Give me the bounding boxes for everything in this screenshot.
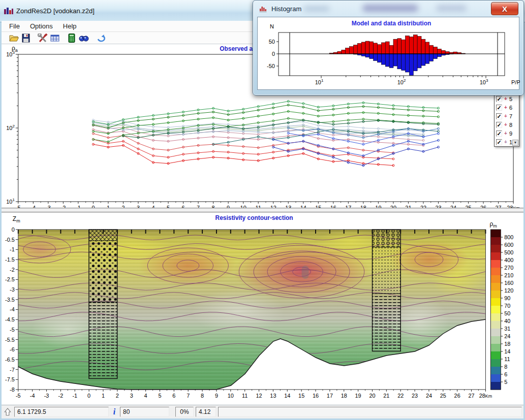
menu-file[interactable]: File xyxy=(5,21,24,31)
svg-text:-2: -2 xyxy=(58,393,64,399)
svg-text:6: 6 xyxy=(504,371,507,377)
svg-text:-0.5: -0.5 xyxy=(5,237,15,243)
colorbar-band xyxy=(490,260,501,268)
window-title: ZondRes2D [vodokan.z2d] xyxy=(16,7,95,15)
svg-text:16: 16 xyxy=(313,393,319,399)
cursor-arrow-icon xyxy=(3,407,12,416)
colorbar-band xyxy=(490,268,501,276)
close-icon[interactable]: X xyxy=(491,2,518,15)
svg-text:-7: -7 xyxy=(10,367,15,373)
calculator-icon xyxy=(68,34,75,43)
colorbar-band xyxy=(490,321,501,329)
histogram-canvas[interactable]: Model and data distributionN500-50101102… xyxy=(258,17,520,90)
svg-text:5: 5 xyxy=(504,379,507,385)
colorbar-band xyxy=(490,245,501,253)
svg-text:400: 400 xyxy=(504,257,513,263)
status-misc: 4.12 xyxy=(196,407,216,417)
svg-text:90: 90 xyxy=(504,295,510,301)
svg-text:2: 2 xyxy=(116,393,119,399)
status-coordinates: 6.1 1729.5 xyxy=(14,407,109,417)
svg-text:-1: -1 xyxy=(72,393,77,399)
svg-text:101: 101 xyxy=(315,78,324,85)
svg-text:20: 20 xyxy=(369,393,375,399)
series-checkbox-6[interactable]: ✓ xyxy=(496,105,502,111)
save-button[interactable] xyxy=(20,33,32,44)
colorbar-band xyxy=(490,230,501,238)
svg-text:500: 500 xyxy=(504,249,513,255)
series-marker-icon: + xyxy=(504,131,508,136)
svg-text:8: 8 xyxy=(201,393,204,399)
svg-text:31: 31 xyxy=(504,326,510,332)
binoculars-icon xyxy=(79,34,89,43)
svg-text:-5.5: -5.5 xyxy=(5,337,15,343)
scroll-down-icon[interactable]: ▼ xyxy=(512,140,518,146)
undo-button[interactable] xyxy=(95,33,107,44)
series-marker-icon: + xyxy=(504,96,508,102)
table-button[interactable] xyxy=(49,33,61,44)
svg-text:27: 27 xyxy=(468,393,474,399)
series-label: 8 xyxy=(509,122,512,128)
histogram-window[interactable]: Histogram X Model and data distributionN… xyxy=(253,0,524,95)
chart-splitter[interactable] xyxy=(2,208,523,213)
svg-text:19: 19 xyxy=(355,393,361,399)
search-button[interactable] xyxy=(78,33,90,44)
colorbar-band xyxy=(490,382,501,390)
calculator-button[interactable] xyxy=(66,33,78,44)
series-checkbox-8[interactable]: ✓ xyxy=(496,122,502,128)
svg-text:103: 103 xyxy=(6,50,15,57)
svg-text:-7.5: -7.5 xyxy=(5,376,15,382)
svg-text:P/P: P/P xyxy=(511,79,520,85)
series-checkbox-9[interactable]: ✓ xyxy=(496,131,502,137)
borehole-left xyxy=(89,230,117,378)
data-table-icon xyxy=(50,34,59,42)
svg-text:800: 800 xyxy=(504,234,513,240)
series-marker-icon: + xyxy=(504,122,508,127)
svg-text:160: 160 xyxy=(504,280,513,286)
svg-text:-1: -1 xyxy=(10,246,15,252)
series-checkbox-7[interactable]: ✓ xyxy=(496,113,502,119)
statusbar: 6.1 1729.5 i 80 0% 4.12 xyxy=(2,405,523,418)
save-icon xyxy=(21,34,30,43)
svg-text:120: 120 xyxy=(504,287,513,294)
series-marker-icon: + xyxy=(504,139,508,145)
svg-text:102: 102 xyxy=(6,124,15,131)
colorbar-band xyxy=(490,290,501,299)
menu-help[interactable]: Help xyxy=(58,21,81,31)
open-button[interactable] xyxy=(8,33,20,44)
histogram-icon xyxy=(259,5,267,13)
series-checkbox-5[interactable]: ✓ xyxy=(496,96,502,102)
colorbar-band xyxy=(490,313,501,321)
glass-blur-artifact xyxy=(362,5,418,12)
svg-text:15: 15 xyxy=(298,393,304,399)
series-label: 9 xyxy=(509,131,512,137)
resistivity-section-chart[interactable]: Resistivity contour-sectionZm0-0.5-1-1.5… xyxy=(2,213,523,405)
series-checkbox-10[interactable]: ✓ xyxy=(496,139,502,145)
svg-text:22: 22 xyxy=(397,393,404,399)
svg-text:-2.5: -2.5 xyxy=(5,276,15,282)
svg-text:-5: -5 xyxy=(16,393,21,399)
svg-text:14: 14 xyxy=(284,393,290,399)
svg-text:-6: -6 xyxy=(10,346,15,352)
svg-text:40: 40 xyxy=(504,318,510,324)
svg-text:25: 25 xyxy=(440,393,446,399)
section-colorbar[interactable]: ρm80060050040027021016012090705040312418… xyxy=(489,220,513,390)
series-label: 6 xyxy=(509,105,512,111)
svg-text:N: N xyxy=(270,23,274,29)
svg-text:28Km: 28Km xyxy=(479,393,492,399)
menu-options[interactable]: Options xyxy=(25,21,57,31)
svg-text:8: 8 xyxy=(504,364,507,370)
settings-button[interactable] xyxy=(37,33,49,44)
section-chart-canvas[interactable]: Resistivity contour-sectionZm0-0.5-1-1.5… xyxy=(2,213,523,405)
svg-text:600: 600 xyxy=(504,242,513,248)
svg-text:13: 13 xyxy=(270,393,276,399)
series-n17 xyxy=(272,138,440,156)
colorbar-band xyxy=(490,237,501,245)
histogram-titlebar[interactable]: Histogram X xyxy=(253,1,523,17)
svg-text:18: 18 xyxy=(341,393,347,399)
svg-text:23: 23 xyxy=(412,393,418,399)
svg-text:Zm: Zm xyxy=(13,215,20,223)
svg-text:1: 1 xyxy=(102,393,105,399)
svg-text:11: 11 xyxy=(504,356,510,362)
colorbar-band xyxy=(490,351,501,360)
undo-icon xyxy=(96,34,105,42)
